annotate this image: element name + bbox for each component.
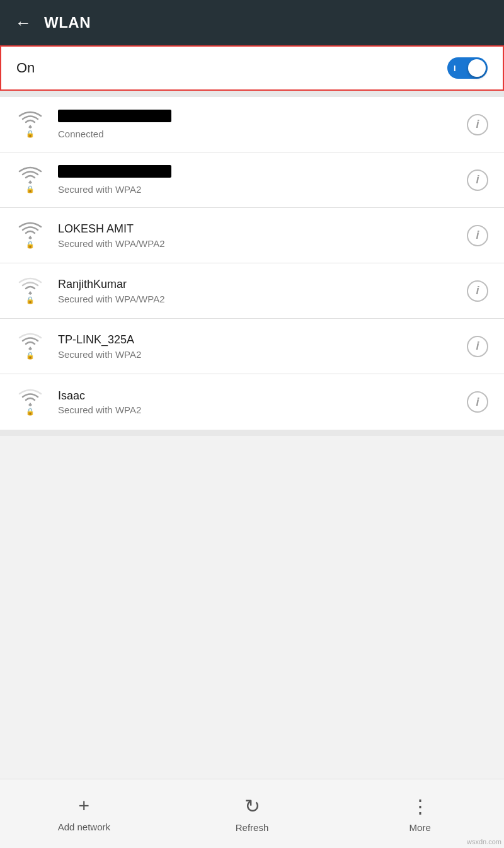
info-circle-4[interactable]: i — [467, 280, 488, 302]
section-divider-bottom — [0, 430, 504, 436]
wifi-icon-wrap-3: 🔒 — [13, 222, 48, 249]
toggle-label: On — [16, 60, 35, 76]
network-status-1: Connected — [58, 129, 464, 139]
wifi-icon-wrap-4: 🔒 — [13, 277, 48, 304]
refresh-button[interactable]: ↻ Refresh — [168, 795, 336, 833]
bottom-action-bar: + Add network ↻ Refresh ⋮ More — [0, 779, 504, 848]
info-button-1[interactable]: i — [464, 111, 491, 139]
network-name-redacted-1 — [58, 110, 171, 122]
info-circle-3[interactable]: i — [467, 225, 488, 246]
network-name-5: TP-LINK_325A — [58, 333, 464, 347]
network-status-5: Secured with WPA2 — [58, 349, 464, 360]
wifi-toggle[interactable] — [447, 57, 488, 79]
network-item-4[interactable]: 🔒 RanjithKumar Secured with WPA/WPA2 i — [0, 263, 504, 319]
lock-icon-6: 🔒 — [26, 408, 35, 416]
wifi-signal-icon-1 — [18, 111, 42, 129]
more-label: More — [410, 822, 431, 833]
network-name-redacted-2 — [58, 165, 171, 178]
info-button-2[interactable]: i — [464, 166, 491, 194]
network-name-6: Isaac — [58, 389, 464, 403]
network-item-6[interactable]: 🔒 Isaac Secured with WPA2 i — [0, 374, 504, 430]
add-network-label: Add network — [58, 822, 110, 832]
network-info-2: Secured with WPA2 — [48, 165, 464, 195]
more-icon: ⋮ — [411, 795, 430, 817]
network-info-6: Isaac Secured with WPA2 — [48, 389, 464, 415]
wifi-icon-wrap-1: 🔒 — [13, 111, 48, 138]
wifi-icon-wrap-2: 🔒 — [13, 166, 48, 193]
lock-icon-2: 🔒 — [26, 185, 35, 193]
info-circle-5[interactable]: i — [467, 336, 488, 357]
network-info-1: Connected — [48, 110, 464, 139]
section-divider-top — [0, 91, 504, 97]
network-status-6: Secured with WPA2 — [58, 404, 464, 415]
info-button-4[interactable]: i — [464, 277, 491, 305]
add-network-icon: + — [79, 795, 90, 816]
header: ← WLAN — [0, 0, 504, 45]
network-status-3: Secured with WPA/WPA2 — [58, 238, 464, 249]
network-item-5[interactable]: 🔒 TP-LINK_325A Secured with WPA2 i — [0, 319, 504, 374]
watermark: wsxdn.com — [467, 838, 501, 845]
network-status-2: Secured with WPA2 — [58, 184, 464, 195]
add-network-button[interactable]: + Add network — [0, 795, 168, 832]
info-button-6[interactable]: i — [464, 388, 491, 416]
info-circle-1[interactable]: i — [467, 114, 488, 135]
info-circle-2[interactable]: i — [467, 169, 488, 191]
back-button[interactable]: ← — [15, 13, 32, 33]
network-info-5: TP-LINK_325A Secured with WPA2 — [48, 333, 464, 359]
network-item-connected[interactable]: 🔒 Connected i — [0, 97, 504, 152]
network-item-2[interactable]: 🔒 Secured with WPA2 i — [0, 152, 504, 208]
wifi-signal-icon-2 — [18, 166, 42, 184]
page-title: WLAN — [44, 14, 91, 32]
refresh-icon: ↻ — [244, 795, 260, 817]
network-list: 🔒 Connected i 🔒 Secured with WPA2 i — [0, 97, 504, 430]
toggle-knob — [468, 59, 486, 77]
lock-icon-4: 🔒 — [26, 296, 35, 304]
info-button-5[interactable]: i — [464, 333, 491, 360]
more-button[interactable]: ⋮ More — [336, 795, 504, 833]
wifi-toggle-row: On — [0, 45, 504, 91]
refresh-label: Refresh — [236, 822, 269, 833]
wifi-icon-wrap-6: 🔒 — [13, 389, 48, 416]
lock-icon-1: 🔒 — [26, 130, 35, 138]
network-info-3: LOKESH AMIT Secured with WPA/WPA2 — [48, 222, 464, 248]
lock-icon-5: 🔒 — [26, 352, 35, 360]
info-button-3[interactable]: i — [464, 222, 491, 249]
network-status-4: Secured with WPA/WPA2 — [58, 294, 464, 304]
network-item-3[interactable]: 🔒 LOKESH AMIT Secured with WPA/WPA2 i — [0, 208, 504, 263]
wifi-signal-icon-4 — [18, 277, 42, 295]
network-info-4: RanjithKumar Secured with WPA/WPA2 — [48, 277, 464, 304]
wifi-signal-icon-5 — [18, 333, 42, 350]
lock-icon-3: 🔒 — [26, 241, 35, 249]
network-name-3: LOKESH AMIT — [58, 222, 464, 236]
wifi-signal-icon-3 — [18, 222, 42, 239]
wifi-signal-icon-6 — [18, 389, 42, 406]
network-name-4: RanjithKumar — [58, 277, 464, 292]
info-circle-6[interactable]: i — [467, 391, 488, 413]
wifi-icon-wrap-5: 🔒 — [13, 333, 48, 360]
